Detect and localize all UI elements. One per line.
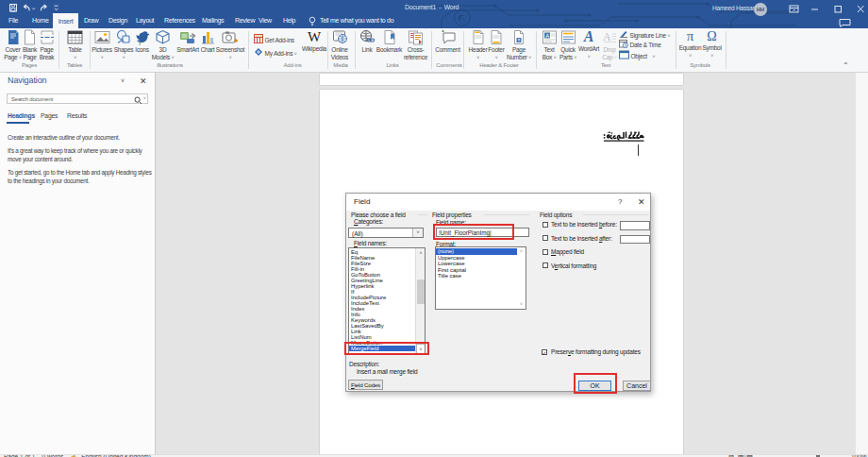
svg-text:A: A: [545, 33, 549, 39]
svg-text:A: A: [603, 30, 611, 43]
